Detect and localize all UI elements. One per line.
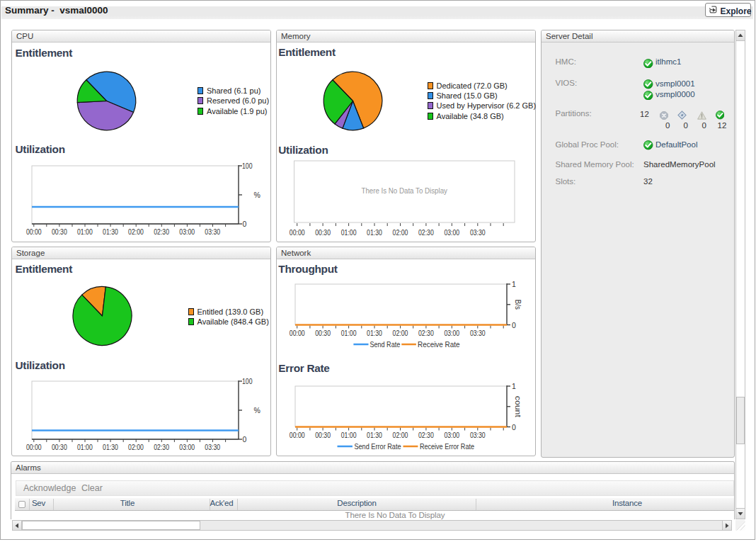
svg-text:02:00: 02:00 xyxy=(128,227,144,236)
svg-text:01:30: 01:30 xyxy=(367,431,382,439)
svg-text:0: 0 xyxy=(512,423,516,431)
svg-text:03:00: 03:00 xyxy=(444,329,459,337)
svg-text:00:30: 00:30 xyxy=(315,228,331,237)
svg-text:There Is No Data To Display: There Is No Data To Display xyxy=(361,186,447,195)
svg-text:00:00: 00:00 xyxy=(26,227,42,236)
svg-text:02:30: 02:30 xyxy=(154,227,169,236)
svg-text:Receive Error Rate: Receive Error Rate xyxy=(420,442,474,451)
svg-text:1: 1 xyxy=(512,382,516,390)
svg-text:B/s: B/s xyxy=(514,300,522,310)
svg-text:1: 1 xyxy=(512,280,516,288)
svg-text:00:00: 00:00 xyxy=(290,228,305,237)
svg-text:00:00: 00:00 xyxy=(290,431,305,439)
svg-text:Send Rate: Send Rate xyxy=(370,340,401,349)
svg-text:00:00: 00:00 xyxy=(290,329,305,337)
svg-text:03:00: 03:00 xyxy=(444,431,459,439)
svg-text:02:30: 02:30 xyxy=(418,431,434,439)
svg-text:0: 0 xyxy=(243,435,247,444)
svg-text:100: 100 xyxy=(242,162,253,170)
svg-text:%: % xyxy=(254,191,260,199)
svg-text:01:30: 01:30 xyxy=(103,443,118,451)
svg-text:03:00: 03:00 xyxy=(444,228,459,237)
svg-text:0: 0 xyxy=(243,220,247,228)
svg-text:count: count xyxy=(514,396,522,417)
svg-text:01:00: 01:00 xyxy=(341,228,357,237)
svg-text:01:00: 01:00 xyxy=(77,227,93,236)
svg-text:01:30: 01:30 xyxy=(103,227,118,236)
svg-text:03:30: 03:30 xyxy=(470,431,486,439)
svg-text:02:30: 02:30 xyxy=(418,329,434,337)
svg-text:01:00: 01:00 xyxy=(77,443,93,451)
svg-text:00:00: 00:00 xyxy=(26,443,42,451)
svg-text:02:00: 02:00 xyxy=(393,228,408,237)
svg-text:%: % xyxy=(254,406,260,414)
svg-text:02:00: 02:00 xyxy=(393,431,408,439)
svg-text:00:30: 00:30 xyxy=(315,329,331,337)
svg-text:0: 0 xyxy=(512,321,516,329)
svg-text:02:30: 02:30 xyxy=(154,443,169,451)
svg-text:03:30: 03:30 xyxy=(470,329,486,337)
svg-text:03:00: 03:00 xyxy=(179,443,195,451)
svg-text:03:30: 03:30 xyxy=(470,228,486,237)
svg-text:01:00: 01:00 xyxy=(341,431,357,439)
svg-text:Receive Rate: Receive Rate xyxy=(418,340,460,349)
svg-text:03:30: 03:30 xyxy=(205,443,220,451)
svg-text:03:30: 03:30 xyxy=(205,227,220,236)
svg-text:02:30: 02:30 xyxy=(418,228,434,237)
svg-text:00:30: 00:30 xyxy=(52,227,67,236)
svg-text:02:00: 02:00 xyxy=(128,443,144,451)
svg-text:01:00: 01:00 xyxy=(341,329,357,337)
svg-text:01:30: 01:30 xyxy=(367,228,382,237)
svg-text:00:30: 00:30 xyxy=(315,431,331,439)
svg-text:00:30: 00:30 xyxy=(52,443,67,451)
svg-text:01:30: 01:30 xyxy=(367,329,382,337)
svg-text:03:00: 03:00 xyxy=(179,227,195,236)
svg-text:02:00: 02:00 xyxy=(393,329,408,337)
svg-text:Send Error Rate: Send Error Rate xyxy=(354,442,401,451)
svg-text:100: 100 xyxy=(242,377,253,385)
